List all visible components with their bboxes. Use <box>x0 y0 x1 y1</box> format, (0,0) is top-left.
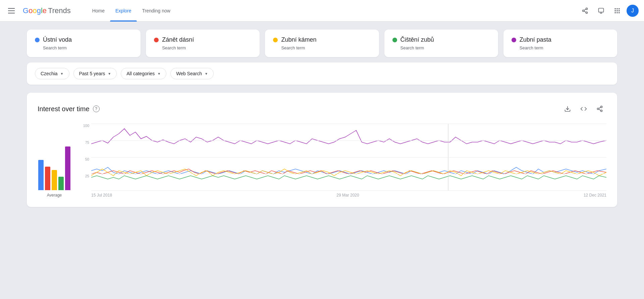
app-header: Google Trends Home Explore Trending now <box>0 0 644 22</box>
nav-trending[interactable]: Trending now <box>137 0 176 22</box>
chart-actions <box>561 102 606 116</box>
svg-line-4 <box>584 9 586 10</box>
term-subtitle-0: Search term <box>35 45 132 50</box>
search-term-card-2[interactable]: Zubní kámen Search term <box>265 30 379 57</box>
filter-country-label: Czechia <box>41 71 58 76</box>
chart-share-button[interactable] <box>593 102 606 116</box>
svg-rect-12 <box>616 10 618 11</box>
search-term-card-1[interactable]: Zánět dásní Search term <box>146 30 260 57</box>
filter-category[interactable]: All categories ▼ <box>121 68 166 79</box>
svg-point-19 <box>597 108 599 110</box>
term-subtitle-4: Search term <box>512 45 609 50</box>
avg-bar-0 <box>38 160 44 190</box>
svg-rect-5 <box>599 8 604 12</box>
avg-bar-1 <box>45 167 50 190</box>
logo-trends-text: Trends <box>48 6 71 15</box>
term-dot-3 <box>392 38 397 42</box>
filter-category-label: All categories <box>126 71 155 76</box>
filter-time[interactable]: Past 5 years ▼ <box>73 68 117 79</box>
avg-bar-3 <box>58 177 64 190</box>
filters-row: Czechia ▼ Past 5 years ▼ All categories … <box>27 62 617 85</box>
filter-country-arrow: ▼ <box>60 72 64 76</box>
y-label-75: 75 <box>79 140 89 144</box>
svg-point-20 <box>601 110 602 112</box>
share-button[interactable] <box>578 4 592 17</box>
avg-label: Average <box>47 193 62 198</box>
header-right: J <box>578 4 639 17</box>
term-subtitle-1: Search term <box>154 45 252 50</box>
search-term-card-3[interactable]: Čištění zubů Search term <box>384 30 498 57</box>
svg-rect-10 <box>619 8 620 9</box>
svg-line-22 <box>599 107 601 108</box>
x-label-0: 15 Jul 2018 <box>91 193 112 198</box>
search-term-title-4: Zubní pasta <box>512 36 609 43</box>
svg-rect-13 <box>619 10 620 11</box>
logo[interactable]: Google Trends <box>23 6 71 15</box>
embed-button[interactable] <box>577 102 590 116</box>
main-content: Ústní voda Search term Zánět dásní Searc… <box>0 22 644 215</box>
term-label-3: Čištění zubů <box>400 36 434 43</box>
timeseries: 100 75 50 25 <box>79 124 606 198</box>
download-button[interactable] <box>561 102 574 116</box>
term-dot-2 <box>273 38 278 42</box>
svg-rect-8 <box>615 8 616 9</box>
line-chart-svg <box>91 124 606 191</box>
filter-type-label: Web Search <box>176 71 202 76</box>
search-term-card-4[interactable]: Zubní pasta Search term <box>503 30 617 57</box>
term-label-1: Zánět dásní <box>162 36 194 43</box>
avg-bar-4 <box>65 146 70 190</box>
term-dot-1 <box>154 38 159 42</box>
avg-section: Average <box>38 136 71 198</box>
filter-time-arrow: ▼ <box>108 72 111 76</box>
x-label-1: 29 Mar 2020 <box>336 193 359 198</box>
svg-container: 15 Jul 2018 29 Mar 2020 12 Dec 2021 <box>91 124 606 198</box>
user-avatar[interactable]: J <box>627 5 639 17</box>
filter-type-arrow: ▼ <box>205 72 208 76</box>
search-term-title-3: Čištění zubů <box>392 36 490 43</box>
svg-point-2 <box>586 12 588 13</box>
svg-rect-15 <box>616 12 618 13</box>
nav-home[interactable]: Home <box>87 0 110 22</box>
main-nav: Home Explore Trending now <box>87 0 176 22</box>
search-terms-row: Ústní voda Search term Zánět dásní Searc… <box>27 30 617 57</box>
filter-country[interactable]: Czechia ▼ <box>35 68 69 79</box>
svg-rect-9 <box>616 8 618 9</box>
term-dot-0 <box>35 38 40 42</box>
search-term-title-1: Zánět dásní <box>154 36 252 43</box>
nav-explore[interactable]: Explore <box>110 0 137 22</box>
search-term-title-2: Zubní kámen <box>273 36 371 43</box>
search-term-card-0[interactable]: Ústní voda Search term <box>27 30 141 57</box>
avg-bars <box>38 136 70 190</box>
svg-point-0 <box>586 8 588 9</box>
search-term-title-0: Ústní voda <box>35 36 132 43</box>
svg-line-3 <box>584 11 586 12</box>
chart-title: Interest over time <box>38 105 90 113</box>
chart-section: Interest over time ? <box>27 93 617 207</box>
chart-header: Interest over time ? <box>38 102 606 116</box>
x-label-2: 12 Dec 2021 <box>584 193 606 198</box>
term-label-4: Zubní pasta <box>520 36 551 43</box>
svg-rect-16 <box>619 12 620 13</box>
filter-time-label: Past 5 years <box>79 71 105 76</box>
chart-title-row: Interest over time ? <box>38 105 100 113</box>
svg-rect-11 <box>615 10 616 11</box>
y-label-25: 25 <box>79 174 89 178</box>
svg-point-18 <box>601 106 602 108</box>
svg-line-21 <box>599 109 601 110</box>
help-icon[interactable]: ? <box>93 105 100 112</box>
term-subtitle-2: Search term <box>273 45 371 50</box>
svg-rect-14 <box>615 12 616 13</box>
chart-body: Average 100 75 50 25 <box>38 124 606 198</box>
y-label-50: 50 <box>79 157 89 161</box>
apps-button[interactable] <box>610 4 624 17</box>
svg-point-1 <box>583 10 584 11</box>
y-label-100: 100 <box>79 124 89 128</box>
menu-icon[interactable] <box>5 5 17 16</box>
feedback-button[interactable] <box>594 4 608 17</box>
header-left: Google Trends Home Explore Trending now <box>5 0 176 22</box>
term-label-0: Ústní voda <box>43 36 72 43</box>
filter-type[interactable]: Web Search ▼ <box>170 68 214 79</box>
avg-bar-2 <box>52 170 57 190</box>
term-dot-4 <box>512 38 516 42</box>
term-label-2: Zubní kámen <box>281 36 316 43</box>
